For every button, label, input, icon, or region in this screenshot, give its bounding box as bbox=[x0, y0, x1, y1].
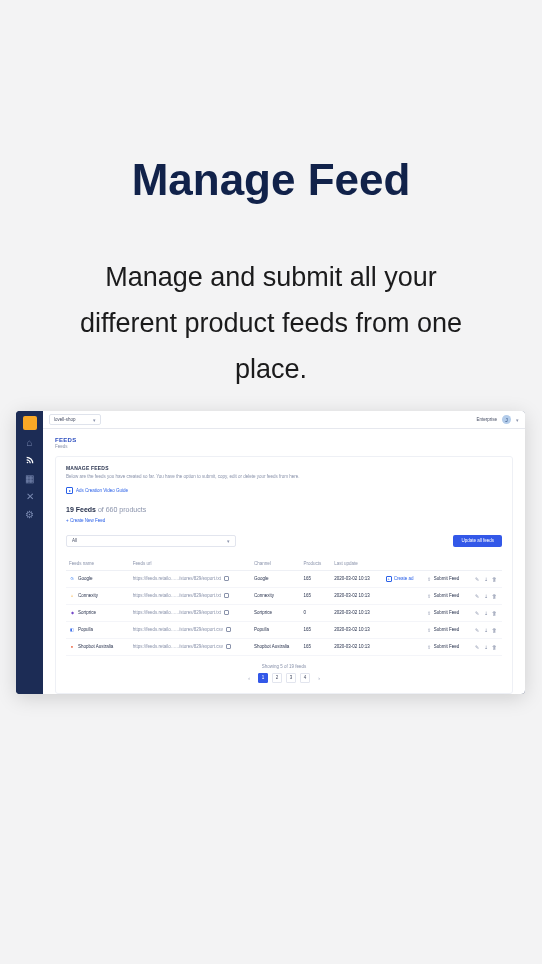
tools-icon[interactable]: ✕ bbox=[24, 490, 36, 502]
home-icon[interactable]: ⌂ bbox=[24, 436, 36, 448]
table-row: GGooglehttps://feeds.retailo….../stores/… bbox=[66, 570, 502, 587]
user-avatar[interactable]: J bbox=[502, 415, 511, 424]
feed-products: 0 bbox=[300, 604, 331, 621]
copy-icon[interactable] bbox=[226, 627, 231, 632]
chevron-down-icon: ▾ bbox=[93, 417, 96, 423]
copy-icon[interactable] bbox=[224, 610, 229, 615]
feed-name: Populla bbox=[78, 627, 93, 632]
submit-feed-button[interactable]: ⇪Submit Feed bbox=[427, 610, 468, 616]
filter-select[interactable]: All ▾ bbox=[66, 535, 236, 547]
feed-products: 165 bbox=[300, 621, 331, 638]
feed-name: Shopbot Australia bbox=[78, 644, 113, 649]
video-guide-link[interactable]: ▸ Ads Creation Video Guide bbox=[66, 487, 502, 494]
download-icon[interactable]: ⤓ bbox=[483, 610, 488, 615]
table-row: ●Shopbot Australiahttps://feeds.retailo…… bbox=[66, 638, 502, 655]
feeds-table: Feeds name Feeds url Channel Products La… bbox=[66, 557, 502, 656]
create-new-feed-link[interactable]: + Create New Feed bbox=[66, 518, 502, 523]
settings-icon[interactable]: ⚙ bbox=[24, 508, 36, 520]
pagination-info: Showing 5 of 19 feeds bbox=[262, 664, 307, 669]
table-row: ◆Sortpricehttps://feeds.retailo….../stor… bbox=[66, 604, 502, 621]
delete-icon[interactable]: 🗑 bbox=[492, 593, 497, 598]
channel-icon: ● bbox=[69, 644, 75, 650]
download-icon[interactable]: ⤓ bbox=[483, 593, 488, 598]
feeds-icon[interactable] bbox=[24, 454, 36, 466]
edit-icon[interactable]: ✎ bbox=[474, 610, 479, 615]
create-ad-button[interactable]: +Create ad bbox=[386, 576, 421, 582]
edit-icon[interactable]: ✎ bbox=[474, 627, 479, 632]
page-next[interactable]: › bbox=[314, 673, 324, 683]
page-button[interactable]: 1 bbox=[258, 673, 268, 683]
feed-url: https://feeds.retailo….../stores/829/exp… bbox=[133, 610, 221, 615]
page-prev[interactable]: ‹ bbox=[244, 673, 254, 683]
feed-products: 165 bbox=[300, 570, 331, 587]
channel-icon: G bbox=[69, 576, 75, 582]
play-icon: ▸ bbox=[66, 487, 73, 494]
plan-label: Enterprise bbox=[476, 417, 497, 422]
filter-value: All bbox=[72, 538, 77, 543]
pager: ‹ 1234 › bbox=[244, 673, 324, 683]
submit-feed-button[interactable]: ⇪Submit Feed bbox=[427, 576, 468, 582]
download-icon[interactable]: ⤓ bbox=[483, 627, 488, 632]
feed-updated: 2020-03-02 10:13 bbox=[331, 604, 382, 621]
chevron-down-icon: ▾ bbox=[227, 538, 230, 544]
feed-channel: Google bbox=[251, 570, 300, 587]
page-button[interactable]: 4 bbox=[300, 673, 310, 683]
submit-feed-button[interactable]: ⇪Submit Feed bbox=[427, 627, 468, 633]
sidebar: ⌂ ▦ ✕ ⚙ bbox=[16, 411, 43, 694]
page-button[interactable]: 3 bbox=[286, 673, 296, 683]
upload-icon: ⇪ bbox=[427, 644, 431, 650]
copy-icon[interactable] bbox=[226, 644, 231, 649]
section-title: FEEDS bbox=[55, 437, 513, 443]
submit-feed-button[interactable]: ⇪Submit Feed bbox=[427, 644, 468, 650]
table-row: ⌂Connexityhttps://feeds.retailo….../stor… bbox=[66, 587, 502, 604]
th-name: Feeds name bbox=[66, 557, 130, 571]
delete-icon[interactable]: 🗑 bbox=[492, 576, 497, 581]
hero-subtitle: Manage and submit all your different pro… bbox=[70, 255, 472, 393]
feed-count: 19 Feeds of 660 products bbox=[66, 506, 502, 513]
upload-icon: ⇪ bbox=[427, 627, 431, 633]
upload-icon: ⇪ bbox=[427, 610, 431, 616]
feed-updated: 2020-03-02 10:13 bbox=[331, 621, 382, 638]
manage-title: MANAGE FEEDS bbox=[66, 465, 502, 471]
edit-icon[interactable]: ✎ bbox=[474, 576, 479, 581]
feed-updated: 2020-03-02 10:13 bbox=[331, 638, 382, 655]
edit-icon[interactable]: ✎ bbox=[474, 593, 479, 598]
feed-channel: Populla bbox=[251, 621, 300, 638]
hero-title: Manage Feed bbox=[0, 155, 542, 205]
delete-icon[interactable]: 🗑 bbox=[492, 644, 497, 649]
shop-selector[interactable]: lovell-shop ▾ bbox=[49, 414, 101, 425]
app-window: ⌂ ▦ ✕ ⚙ lovell-shop ▾ Enterprise J ▾ FEE… bbox=[16, 411, 525, 694]
channel-icon: ◆ bbox=[69, 610, 75, 616]
channel-icon: ⌂ bbox=[69, 593, 75, 599]
plus-icon: + bbox=[386, 576, 392, 582]
edit-icon[interactable]: ✎ bbox=[474, 644, 479, 649]
th-channel: Channel bbox=[251, 557, 300, 571]
grid-icon[interactable]: ▦ bbox=[24, 472, 36, 484]
feed-count-bold: 19 Feeds bbox=[66, 506, 96, 513]
video-guide-label: Ads Creation Video Guide bbox=[76, 488, 128, 493]
feed-name: Connexity bbox=[78, 593, 98, 598]
feed-updated: 2020-03-02 10:13 bbox=[331, 587, 382, 604]
feed-updated: 2020-03-02 10:13 bbox=[331, 570, 382, 587]
th-url: Feeds url bbox=[130, 557, 251, 571]
download-icon[interactable]: ⤓ bbox=[483, 576, 488, 581]
copy-icon[interactable] bbox=[224, 593, 229, 598]
svg-point-0 bbox=[26, 462, 28, 464]
submit-feed-button[interactable]: ⇪Submit Feed bbox=[427, 593, 468, 599]
th-products: Products bbox=[300, 557, 331, 571]
user-menu-chevron-icon[interactable]: ▾ bbox=[516, 417, 519, 423]
page-button[interactable]: 2 bbox=[272, 673, 282, 683]
feed-name: Sortprice bbox=[78, 610, 96, 615]
feed-url: https://feeds.retailo….../stores/829/exp… bbox=[133, 576, 221, 581]
update-all-button[interactable]: Update all feeds bbox=[453, 535, 502, 547]
th-updated: Last update bbox=[331, 557, 382, 571]
copy-icon[interactable] bbox=[224, 576, 229, 581]
delete-icon[interactable]: 🗑 bbox=[492, 627, 497, 632]
feed-products: 165 bbox=[300, 587, 331, 604]
download-icon[interactable]: ⤓ bbox=[483, 644, 488, 649]
feed-channel: Connexity bbox=[251, 587, 300, 604]
table-row: ◧Popullahttps://feeds.retailo….../stores… bbox=[66, 621, 502, 638]
feed-name: Google bbox=[78, 576, 93, 581]
main-panel: lovell-shop ▾ Enterprise J ▾ FEEDS Feeds… bbox=[43, 411, 525, 694]
delete-icon[interactable]: 🗑 bbox=[492, 610, 497, 615]
